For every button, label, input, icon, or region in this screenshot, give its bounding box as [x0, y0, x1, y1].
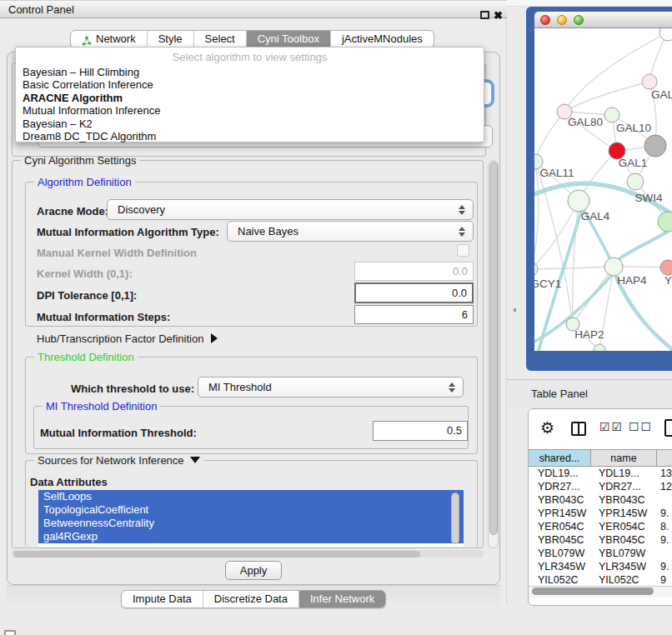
- cell[interactable]: YIL052C: [529, 573, 591, 586]
- settings-vertical-scrollbar-thumb[interactable]: [489, 162, 498, 535]
- table-row[interactable]: YER054CYER054C8.: [529, 520, 672, 533]
- popup-item[interactable]: Basic Correlation Inference: [16, 78, 484, 91]
- popup-item[interactable]: Bayesian – Hill Climbing: [16, 66, 484, 78]
- cell[interactable]: 9.: [657, 560, 672, 573]
- table-horizontal-scrollbar-thumb[interactable]: [532, 588, 654, 595]
- list-item[interactable]: BetweennessCentrality: [38, 517, 464, 530]
- table-row[interactable]: YBR043CYBR043C: [529, 493, 672, 507]
- tab-impute-data[interactable]: Impute Data: [122, 591, 203, 608]
- node-hap4[interactable]: [604, 258, 623, 276]
- cell[interactable]: YDL19...: [529, 467, 591, 480]
- tab-infer-network[interactable]: Infer Network: [299, 591, 385, 608]
- cell[interactable]: 8.: [657, 520, 672, 533]
- tab-network[interactable]: Network: [71, 31, 148, 48]
- popup-item[interactable]: Mutual Information Inference: [16, 104, 484, 117]
- tab-style[interactable]: Style: [148, 31, 194, 48]
- table-panel-titlebar[interactable]: Table Panel: [507, 379, 672, 408]
- network-window-titlebar[interactable]: [534, 12, 672, 28]
- cell[interactable]: YBR045C: [529, 533, 591, 547]
- sources-title-row[interactable]: Sources for Network Inference: [34, 454, 203, 467]
- mac-zoom-icon[interactable]: [574, 15, 584, 25]
- tab-jactivemnodules[interactable]: jActiveMNodules: [331, 31, 434, 48]
- cell[interactable]: 9.: [657, 507, 672, 520]
- table-row[interactable]: YDR27...YDR27...12: [529, 480, 672, 493]
- control-panel-titlebar[interactable]: Control Panel: [0, 0, 507, 18]
- cell[interactable]: YDR27...: [591, 480, 657, 493]
- node-gcy1[interactable]: [534, 262, 538, 276]
- cell[interactable]: YPR145W: [591, 507, 657, 520]
- aracne-mode-combobox[interactable]: Discovery: [107, 199, 474, 220]
- node-gal1[interactable]: [627, 173, 644, 190]
- hub-definition-expander[interactable]: Hub/Transcription Factor Definition: [37, 332, 218, 345]
- cell[interactable]: 13: [657, 467, 672, 480]
- float-window-icon[interactable]: [480, 11, 489, 19]
- cell[interactable]: [657, 547, 672, 560]
- cell[interactable]: YIL052C: [591, 573, 657, 586]
- split-columns-icon[interactable]: [571, 422, 586, 436]
- cell[interactable]: YER054C: [529, 520, 591, 533]
- node-swi4[interactable]: [658, 212, 672, 232]
- popup-item[interactable]: Bayesian – K2: [16, 118, 484, 130]
- popup-item[interactable]: Dream8 DC_TDC Algorithm: [16, 130, 484, 142]
- cell[interactable]: YBL079W: [529, 547, 591, 560]
- node-gal4[interactable]: [568, 190, 589, 212]
- node-partial-bottom[interactable]: [594, 344, 605, 351]
- cell[interactable]: [657, 493, 672, 507]
- cell[interactable]: 12: [657, 480, 672, 493]
- table-row[interactable]: YPR145WYPR145W9.: [529, 507, 672, 520]
- table-row[interactable]: YBL079WYBL079W: [529, 547, 672, 560]
- cell[interactable]: YBR043C: [529, 493, 591, 507]
- panel-divider-handle[interactable]: [514, 308, 516, 312]
- list-item[interactable]: gal4RGexp: [38, 530, 464, 543]
- tab-cyni-toolbox[interactable]: Cyni Toolbox: [247, 31, 331, 48]
- cell[interactable]: YLR345W: [591, 560, 657, 573]
- tab-select[interactable]: Select: [194, 31, 247, 48]
- table-row[interactable]: YLR345WYLR345W9.: [529, 560, 672, 573]
- column-header-name[interactable]: name: [591, 449, 657, 467]
- table-row[interactable]: YDL19...YDL19...13: [529, 467, 672, 480]
- node-gal10[interactable]: [604, 108, 619, 122]
- table-row[interactable]: YBR045CYBR045C9.: [529, 533, 672, 547]
- cell[interactable]: YDR27...: [529, 480, 591, 493]
- bottom-left-partial-icon[interactable]: [4, 630, 16, 635]
- file-icon[interactable]: [664, 419, 672, 437]
- cell[interactable]: YER054C: [591, 520, 657, 533]
- column-header-partial[interactable]: [657, 449, 672, 467]
- apply-button[interactable]: Apply: [225, 561, 282, 580]
- mi-steps-field[interactable]: 6: [354, 305, 474, 324]
- gear-icon[interactable]: ⚙: [540, 418, 554, 438]
- popup-item-selected[interactable]: ARACNE Algorithm: [16, 92, 484, 104]
- dpi-tolerance-field[interactable]: 0.0: [354, 282, 474, 303]
- list-item[interactable]: TopologicalCoefficient: [38, 503, 464, 517]
- node-partial-top[interactable]: [659, 28, 672, 41]
- cell[interactable]: 9: [657, 573, 672, 586]
- cell[interactable]: YDL19...: [591, 467, 657, 480]
- table-row[interactable]: YIL052CYIL052C9: [529, 573, 672, 586]
- kernel-width-field[interactable]: 0.0: [354, 262, 474, 281]
- data-attributes-list[interactable]: SelfLoops TopologicalCoefficient Between…: [38, 490, 464, 547]
- mac-minimize-icon[interactable]: [557, 15, 567, 25]
- mac-close-icon[interactable]: [540, 15, 550, 25]
- close-icon[interactable]: ✖: [494, 9, 503, 22]
- which-threshold-combobox[interactable]: MI Threshold: [198, 377, 464, 398]
- cell[interactable]: YBR045C: [591, 533, 657, 547]
- node-gal-partial[interactable]: [642, 74, 657, 89]
- manual-kernel-checkbox[interactable]: [457, 244, 469, 257]
- select-all-checkboxes-icon[interactable]: ☑☑: [599, 420, 624, 433]
- settings-horizontal-scrollbar-thumb[interactable]: [13, 551, 420, 558]
- node-y-partial[interactable]: [660, 260, 672, 275]
- deselect-all-checkboxes-icon[interactable]: ☐☐: [629, 420, 653, 433]
- attribute-list-scrollbar[interactable]: [451, 492, 459, 544]
- cell[interactable]: 9.: [657, 533, 672, 547]
- node-gray[interactable]: [644, 135, 666, 157]
- cell[interactable]: YBR043C: [591, 493, 657, 507]
- mi-type-combobox[interactable]: Naive Bayes: [227, 221, 474, 242]
- tab-discretize-data[interactable]: Discretize Data: [203, 591, 299, 608]
- mi-threshold-field[interactable]: 0.5: [373, 421, 468, 441]
- cell[interactable]: YPR145W: [529, 507, 591, 520]
- network-canvas[interactable]: GAL GAL80 GAL10 GAL1 GAL11 SWI4 GAL4 HAP…: [534, 28, 672, 351]
- column-header-shared-name[interactable]: shared...: [529, 449, 591, 467]
- cell[interactable]: YLR345W: [529, 560, 591, 573]
- cell[interactable]: YBL079W: [591, 547, 657, 560]
- list-item[interactable]: SelfLoops: [38, 490, 464, 503]
